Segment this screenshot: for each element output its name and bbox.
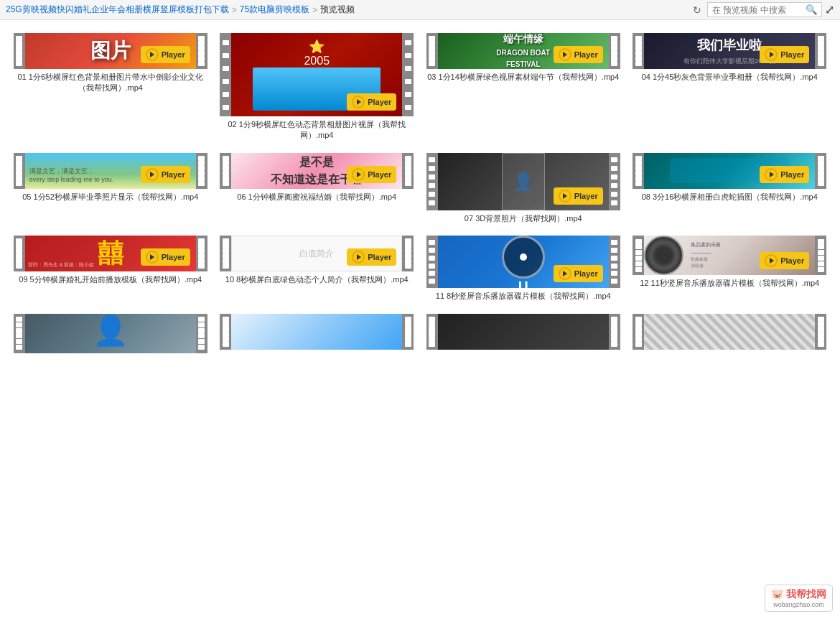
player-label: Player [780,256,804,265]
list-item [420,308,627,362]
play-icon [352,168,365,181]
player-badge[interactable]: Player [554,265,603,282]
play-icon [146,48,159,61]
player-badge[interactable]: Player [141,46,190,63]
top-bar-controls: ↻ 🔍 ⤢ [690,2,834,17]
list-item: 端午情缘DRAGON BOATFESTIVAL Player03 1分14秒横屏… [420,27,627,147]
thumb-caption: 05 1分52秒横屏毕业季照片显示（我帮找网）.mp4 [14,192,207,203]
player-label: Player [780,170,804,179]
search-icon-button[interactable]: 🔍 [806,4,818,15]
thumb-caption: 10 8秒横屏白底绿色动态个人简介（我帮找网）.mp4 [220,274,414,285]
maximize-button[interactable]: ⤢ [825,3,834,17]
top-bar: 25G剪映视频快闪婚礼企业年会相册横屏竖屏模板打包下载 > 75款电脑剪映模板 … [0,0,840,20]
thumb-caption: 09 5分钟横屏婚礼开始前播放模板（我帮找网）.mp4 [14,274,207,285]
player-label: Player [574,192,598,200]
watermark-logo: 🐷 我帮找网 [771,588,826,601]
play-icon [146,168,159,181]
list-item: 集品素的乐曲 ———— 歌曲标题演唱者 Player12 11秒竖屏音乐播放器碟… [627,230,834,307]
play-icon [765,48,778,61]
player-badge[interactable]: Player [760,166,809,183]
thumbnail-grid: 图片 Player01 1分6秒横屏红色背景相册图片带水中倒影企业文化（我帮找网… [7,27,833,362]
player-badge[interactable]: Player [554,46,603,63]
player-label: Player [162,170,185,179]
thumb-caption: 07 3D背景照片（我帮找网）.mp4 [426,213,620,224]
refresh-button[interactable]: ↻ [690,3,704,17]
list-item: 满是文艺，满是文艺，every step leading me to you. … [7,147,214,230]
list-item: ▌▐ Player11 8秒竖屏音乐播放器碟片模板（我帮找网）.mp4 [420,230,627,307]
player-label: Player [162,253,185,261]
thumb-caption: 03 1分14秒横屏绿色视屏素材端午节（我帮找网）.mp4 [426,72,620,83]
player-badge[interactable]: Player [141,248,190,266]
thumb-caption: 01 1分6秒横屏红色背景相册图片带水中倒影企业文化（我帮找网）.mp4 [14,72,207,94]
player-label: Player [780,50,804,59]
list-item [627,308,834,362]
main-content: 图片 Player01 1分6秒横屏红色背景相册图片带水中倒影企业文化（我帮找网… [0,20,840,619]
thumb-caption: 02 1分9秒横屏红色动态背景相册图片视屏（我帮找网）.mp4 [220,119,414,141]
list-item [214,308,421,362]
player-label: Player [574,50,598,59]
breadcrumb-sep2: > [312,5,317,15]
list-item: 图片 Player01 1分6秒横屏红色背景相册图片带水中倒影企业文化（我帮找网… [7,27,214,147]
player-label: Player [574,269,598,278]
play-icon [559,267,571,280]
list-item: 囍 新郎：周先生 & 新娘：陈小姐 Player09 5分钟横屏婚礼开始前播放模… [7,230,214,307]
player-label: Player [368,98,391,106]
list-item: 👤 [7,308,214,362]
thumb-caption: 06 1分钟横屏阖蜜祝福结婚（我帮找网）.mp4 [220,192,414,203]
player-label: Player [368,170,391,179]
player-label: Player [162,50,185,59]
breadcrumb-part2[interactable]: 75款电脑剪映模板 [240,4,309,16]
watermark-url: wobangzhao.com [771,601,826,608]
thumb-caption: 12 11秒竖屏音乐播放器碟片模板（我帮找网）.mp4 [633,278,826,289]
list-item: 是不是不知道这是在干嘛 Player06 1分钟横屏阖蜜祝福结婚（我帮找网）.m… [214,147,421,230]
player-badge[interactable]: Player [760,252,809,269]
thumb-caption: 04 1分45秒灰色背景毕业季相册（我帮找网）.mp4 [633,72,826,83]
player-badge[interactable]: Player [347,166,396,183]
play-icon [765,168,778,181]
play-icon [559,48,571,61]
thumb-caption: 11 8秒竖屏音乐播放器碟片模板（我帮找网）.mp4 [426,291,620,302]
player-badge[interactable]: Player [347,93,396,111]
breadcrumb-part1[interactable]: 25G剪映视频快闪婚礼企业年会相册横屏竖屏模板打包下载 [6,4,229,16]
play-icon [559,190,571,203]
list-item: ⭐ 2005 Player02 1分9秒横屏红色动态背景相册图片视屏（我帮找网）… [214,27,421,147]
list-item: 我们毕业啦 有你们陪伴大学影视后期2024级 Player04 1分45秒灰色背… [627,27,834,147]
play-icon [146,251,159,264]
play-icon [765,254,778,267]
player-badge[interactable]: Player [141,166,190,183]
list-item: 白底简介 Player10 8秒横屏白底绿色动态个人简介（我帮找网）.mp4 [214,230,421,307]
player-badge[interactable]: Player [554,187,603,205]
player-label: Player [368,253,391,261]
player-badge[interactable]: Player [347,248,396,266]
play-icon [352,251,365,264]
search-input[interactable] [712,5,806,15]
watermark: 🐷 我帮找网 wobangzhao.com [765,585,833,612]
breadcrumb-current: 预览视频 [320,4,355,16]
play-icon [352,96,365,108]
player-badge[interactable]: Player [760,46,809,63]
search-box: 🔍 [707,2,822,17]
thumb-caption: 08 3分16秒横屏相册白虎蛇插图（我帮找网）.mp4 [633,192,826,203]
list-item: Player08 3分16秒横屏相册白虎蛇插图（我帮找网）.mp4 [627,147,834,230]
breadcrumb-sep1: > [232,5,237,15]
breadcrumb: 25G剪映视频快闪婚礼企业年会相册横屏竖屏模板打包下载 > 75款电脑剪映模板 … [6,4,690,16]
list-item: 👤 Player07 3D背景照片（我帮找网）.mp4 [420,147,627,230]
